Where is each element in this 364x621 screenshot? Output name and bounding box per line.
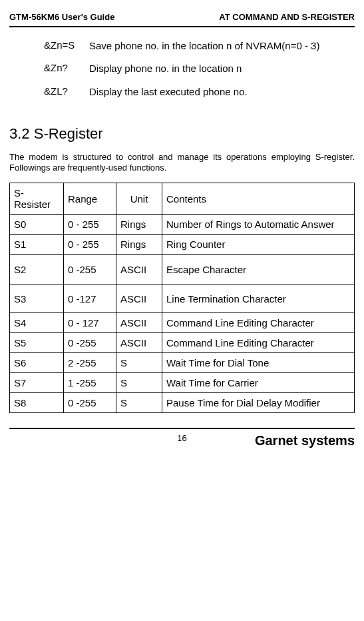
section-number: 3.2 — [9, 125, 30, 142]
cell-contents: Line Termination Character — [162, 285, 355, 313]
table-row: S3 0 -127 ASCII Line Termination Charact… — [10, 285, 355, 313]
command-desc: Save phone no. in the location n of NVRA… — [89, 39, 355, 53]
header-rule — [9, 26, 355, 27]
command-key: &ZL? — [44, 85, 89, 99]
cell-sr: S5 — [10, 333, 64, 353]
cell-contents: Wait Time for Carrier — [162, 373, 355, 393]
page-header: GTM-56KM6 User's Guide AT COMMAND AND S-… — [9, 12, 355, 22]
cell-sr: S2 — [10, 255, 64, 285]
cell-unit: Rings — [116, 215, 162, 235]
section-intro: The modem is structured to control and m… — [9, 152, 355, 174]
table-head-row: S-Resister Range Unit Contents — [10, 183, 355, 215]
command-desc: Display the last executed phone no. — [89, 85, 355, 99]
cell-contents: Pause Time for Dial Delay Modifier — [162, 393, 355, 413]
cell-range: 0 -255 — [64, 333, 116, 353]
cell-contents: Command Line Editing Character — [162, 333, 355, 353]
cell-range: 0 -255 — [64, 393, 116, 413]
s-register-table: S-Resister Range Unit Contents S0 0 - 25… — [9, 183, 355, 413]
cell-sr: S4 — [10, 313, 64, 333]
cell-range: 0 -255 — [64, 255, 116, 285]
th-sresister: S-Resister — [10, 183, 64, 215]
cell-range: 0 - 127 — [64, 313, 116, 333]
cell-unit: Rings — [116, 235, 162, 255]
table-row: S5 0 -255 ASCII Command Line Editing Cha… — [10, 333, 355, 353]
cell-sr: S0 — [10, 215, 64, 235]
command-key: &Zn=S — [44, 39, 89, 53]
cell-range: 2 -255 — [64, 353, 116, 373]
page-number: 16 — [177, 433, 186, 443]
command-list: &Zn=S Save phone no. in the location n o… — [44, 39, 355, 99]
header-left: GTM-56KM6 User's Guide — [9, 12, 114, 22]
th-range: Range — [64, 183, 116, 215]
th-unit: Unit — [116, 183, 162, 215]
footer-rule — [9, 428, 355, 429]
cell-unit: S — [116, 373, 162, 393]
cell-sr: S7 — [10, 373, 64, 393]
cell-unit: ASCII — [116, 313, 162, 333]
cell-unit: S — [116, 393, 162, 413]
cell-unit: ASCII — [116, 255, 162, 285]
section-heading: 3.2 S-Register — [9, 125, 355, 143]
cell-contents: Ring Counter — [162, 235, 355, 255]
command-desc: Display phone no. in the location n — [89, 62, 355, 75]
table-row: S1 0 - 255 Rings Ring Counter — [10, 235, 355, 255]
cell-sr: S3 — [10, 285, 64, 313]
table-row: S7 1 -255 S Wait Time for Carrier — [10, 373, 355, 393]
cell-unit: S — [116, 353, 162, 373]
table-row: S2 0 -255 ASCII Escape Character — [10, 255, 355, 285]
cell-contents: Number of Rings to Automatic Answer — [162, 215, 355, 235]
cell-unit: ASCII — [116, 333, 162, 353]
table-row: S6 2 -255 S Wait Time for Dial Tone — [10, 353, 355, 373]
cell-contents: Wait Time for Dial Tone — [162, 353, 355, 373]
table-row: S4 0 - 127 ASCII Command Line Editing Ch… — [10, 313, 355, 333]
section-title: S-Register — [34, 125, 103, 142]
page-footer: 16 Garnet systems — [9, 433, 355, 450]
command-key: &Zn? — [44, 62, 89, 75]
header-right: AT COMMAND AND S-REGISTER — [219, 12, 355, 22]
cell-sr: S6 — [10, 353, 64, 373]
cell-sr: S1 — [10, 235, 64, 255]
cell-contents: Command Line Editing Character — [162, 313, 355, 333]
cell-range: 0 -127 — [64, 285, 116, 313]
cell-unit: ASCII — [116, 285, 162, 313]
cell-range: 1 -255 — [64, 373, 116, 393]
command-row: &Zn=S Save phone no. in the location n o… — [44, 39, 355, 53]
cell-contents: Escape Character — [162, 255, 355, 285]
cell-range: 0 - 255 — [64, 235, 116, 255]
table-row: S8 0 -255 S Pause Time for Dial Delay Mo… — [10, 393, 355, 413]
command-row: &ZL? Display the last executed phone no. — [44, 85, 355, 99]
cell-sr: S8 — [10, 393, 64, 413]
footer-brand: Garnet systems — [255, 433, 355, 448]
command-row: &Zn? Display phone no. in the location n — [44, 62, 355, 75]
table-row: S0 0 - 255 Rings Number of Rings to Auto… — [10, 215, 355, 235]
cell-range: 0 - 255 — [64, 215, 116, 235]
th-contents: Contents — [162, 183, 355, 215]
